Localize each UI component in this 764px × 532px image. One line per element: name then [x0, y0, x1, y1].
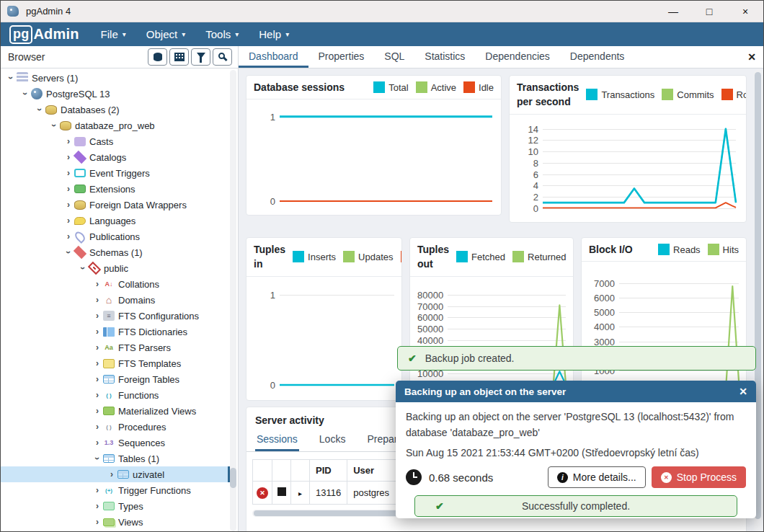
tab-dependents[interactable]: Dependents [560, 46, 635, 68]
tree-item-schemas-1[interactable]: ›Schemas (1) [1, 244, 228, 260]
tree-item-public[interactable]: ›public [1, 260, 228, 276]
chevron-collapsed-icon[interactable]: › [92, 407, 103, 415]
tree-item-extensions[interactable]: ›Extensions [1, 181, 228, 197]
menu-object[interactable]: Object▾ [146, 28, 185, 40]
legend-label: Commits [677, 89, 714, 100]
chevron-collapsed-icon[interactable]: › [92, 438, 103, 447]
chevron-collapsed-icon[interactable]: › [92, 311, 103, 320]
chevron-collapsed-icon[interactable]: › [63, 232, 74, 241]
chevron-collapsed-icon[interactable]: › [106, 470, 117, 479]
chevron-expanded-icon[interactable]: › [6, 72, 15, 84]
search-button[interactable] [213, 48, 232, 66]
tree-item-fts-dictionaries[interactable]: ›FTS Dictionaries [1, 324, 228, 340]
menu-help[interactable]: Help▾ [259, 28, 289, 40]
chevron-collapsed-icon[interactable]: › [92, 486, 103, 495]
tree-item-languages[interactable]: ›Languages [1, 213, 228, 229]
chevron-expanded-icon[interactable]: › [50, 120, 58, 131]
chart-title: Tuplesout [417, 242, 449, 272]
backup-created-toast[interactable]: ✔ Backup job created. [397, 346, 756, 371]
tab-statistics[interactable]: Statistics [414, 46, 475, 68]
close-button[interactable]: × [727, 1, 763, 22]
tab-properties[interactable]: Properties [308, 46, 375, 68]
tree-item-fts-configurations[interactable]: ›FTS Configurations [1, 308, 228, 324]
chevron-expanded-icon[interactable]: › [79, 262, 87, 274]
chevron-collapsed-icon[interactable]: › [92, 422, 103, 431]
tree-item-tables-1[interactable]: ›Tables (1) [1, 451, 228, 466]
chevron-expanded-icon[interactable]: › [35, 104, 44, 115]
dialog-header[interactable]: Backing up an object on the server ✕ [396, 381, 756, 402]
tree-item-procedures[interactable]: ›Procedures [1, 419, 228, 435]
tree-item-catalogs[interactable]: ›Catalogs [1, 149, 228, 165]
expand-row-icon[interactable]: ▸ [298, 489, 302, 497]
chevron-collapsed-icon[interactable]: › [92, 391, 103, 399]
sidebar-scrollbar[interactable] [230, 70, 236, 531]
chevron-collapsed-icon[interactable]: › [92, 327, 103, 336]
tab-dependencies[interactable]: Dependencies [475, 46, 560, 68]
tree-item-label: FTS Templates [118, 358, 181, 369]
legend-swatch-inserts [293, 251, 304, 262]
tree-item-postgresql-13[interactable]: ›PostgreSQL 13 [1, 86, 228, 102]
table-icon [117, 470, 129, 479]
tree-item-label: FTS Dictionaries [118, 327, 187, 337]
tree-item-trigger-functions[interactable]: ›Trigger Functions [1, 482, 228, 498]
chevron-collapsed-icon[interactable]: › [63, 169, 74, 177]
menu-file[interactable]: File▾ [101, 28, 126, 40]
tree-item-functions[interactable]: ›Functions [1, 387, 228, 403]
tree-item-views[interactable]: ›Views [1, 514, 228, 530]
tree-item-fts-parsers[interactable]: ›FTS Parsers [1, 340, 228, 355]
tree-item-sequences[interactable]: ›Sequences [1, 435, 228, 451]
chevron-collapsed-icon[interactable]: › [92, 343, 103, 352]
tree-item-databaze-pro-web[interactable]: ›databaze_pro_web [1, 118, 228, 133]
event-triggers-icon [74, 169, 86, 177]
cancel-session-icon[interactable]: ✕ [257, 487, 268, 499]
tree-item-foreign-tables[interactable]: ›Foreign Tables [1, 371, 228, 387]
chevron-collapsed-icon[interactable]: › [92, 296, 103, 304]
tree-item-collations[interactable]: ›Collations [1, 276, 228, 292]
menu-tools[interactable]: Tools▾ [205, 28, 239, 40]
title-bar: pgAdmin 4 — □ × [1, 1, 763, 22]
chevron-collapsed-icon[interactable]: › [92, 502, 103, 510]
tree-item-databases-2[interactable]: ›Databases (2) [1, 102, 228, 118]
postgres-icon [31, 88, 43, 99]
stop-process-button[interactable]: ✕ Stop Process [652, 466, 746, 488]
database-connect-button[interactable] [148, 48, 167, 66]
more-details-button[interactable]: i More details... [548, 466, 646, 488]
tree-item-publications[interactable]: ›Publications [1, 229, 228, 244]
y-tick-label: 40000 [417, 334, 443, 345]
chevron-collapsed-icon[interactable]: › [63, 185, 74, 193]
tree-item-fts-templates[interactable]: ›FTS Templates [1, 355, 228, 371]
minimize-button[interactable]: — [655, 1, 691, 22]
activity-tab-locks[interactable]: Locks [318, 430, 347, 451]
chevron-expanded-icon[interactable]: › [64, 247, 73, 258]
filter-button[interactable] [191, 48, 210, 66]
maximize-button[interactable]: □ [691, 1, 727, 22]
tree-item-servers-1[interactable]: ›Servers (1) [1, 70, 228, 86]
chevron-collapsed-icon[interactable]: › [92, 375, 103, 384]
sidebar-scrollbar-thumb[interactable] [230, 468, 236, 488]
activity-tab-sessions[interactable]: Sessions [255, 430, 299, 451]
panel-close-icon[interactable]: ✕ [747, 51, 756, 63]
dialog-close-icon[interactable]: ✕ [739, 386, 747, 397]
tree-item-event-triggers[interactable]: ›Event Triggers [1, 165, 228, 181]
tree-item-types[interactable]: ›Types [1, 498, 228, 514]
tree-item-casts[interactable]: ›Casts [1, 133, 228, 149]
chevron-collapsed-icon[interactable]: › [92, 518, 103, 526]
tab-sql[interactable]: SQL [374, 46, 414, 68]
tree-item-foreign-data-wrappers[interactable]: ›Foreign Data Wrappers [1, 197, 228, 213]
tree-item-materialized-views[interactable]: ›Materialized Views [1, 403, 228, 419]
chevron-expanded-icon[interactable]: › [21, 88, 30, 99]
tree-item-domains[interactable]: ›Domains [1, 292, 228, 308]
tree-item-uzivatel[interactable]: ›uzivatel [1, 466, 228, 482]
view-data-button[interactable] [169, 48, 189, 66]
catalogs-icon [74, 151, 86, 164]
chevron-collapsed-icon[interactable]: › [63, 216, 74, 225]
chevron-collapsed-icon[interactable]: › [92, 359, 103, 368]
chevron-collapsed-icon[interactable]: › [63, 153, 74, 161]
chevron-expanded-icon[interactable]: › [93, 453, 102, 464]
chevron-collapsed-icon[interactable]: › [92, 280, 103, 288]
chevron-collapsed-icon[interactable]: › [63, 200, 74, 209]
chevron-collapsed-icon[interactable]: › [63, 137, 74, 146]
terminate-session-icon[interactable] [277, 487, 286, 496]
logo-admin: Admin [33, 26, 79, 43]
tab-dashboard[interactable]: Dashboard [239, 46, 308, 68]
